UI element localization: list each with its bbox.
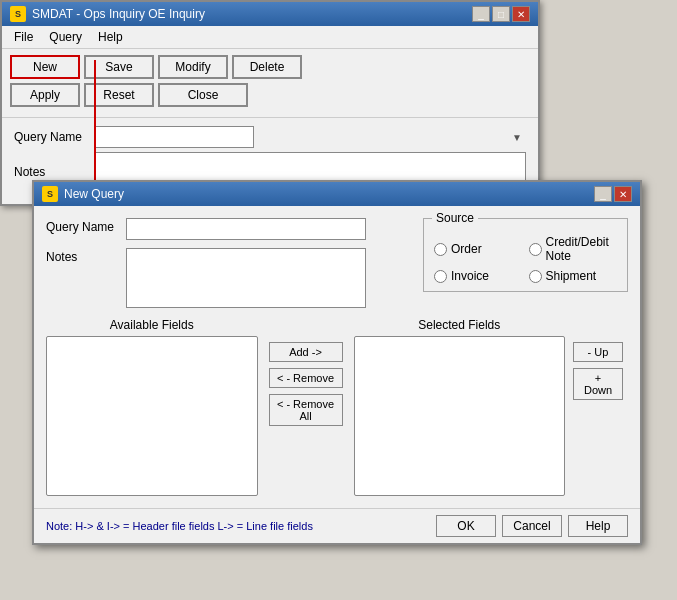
dialog-footer: Note: H-> & I-> = Header file fields L->… — [34, 508, 640, 543]
menu-query[interactable]: Query — [41, 28, 90, 46]
fields-area: Available Fields Add -> < - Remove < - R… — [46, 318, 628, 496]
apply-button[interactable]: Apply — [10, 83, 80, 107]
query-name-dropdown-wrapper: ▼ — [94, 126, 526, 148]
available-fields-listbox[interactable] — [46, 336, 258, 496]
help-button[interactable]: Help — [568, 515, 628, 537]
dialog-notes-label: Notes — [46, 248, 126, 264]
order-buttons: - Up + Down — [573, 318, 628, 400]
dialog-app-icon: S — [42, 186, 58, 202]
remove-all-button[interactable]: < - Remove All — [269, 394, 343, 426]
dialog-query-name-label: Query Name — [46, 218, 126, 234]
menu-help[interactable]: Help — [90, 28, 131, 46]
menu-bar: File Query Help — [2, 26, 538, 49]
close-button[interactable]: ✕ — [512, 6, 530, 22]
source-invoice: Invoice — [434, 269, 523, 283]
source-legend: Source — [432, 211, 478, 225]
main-window: S SMDAT - Ops Inquiry OE Inquiry _ □ ✕ F… — [0, 0, 540, 206]
dialog-form-area: Query Name Notes Source Order Credit/D — [46, 218, 628, 308]
down-button[interactable]: + Down — [573, 368, 623, 400]
dialog-title-text: New Query — [64, 187, 124, 201]
radio-shipment[interactable] — [529, 270, 542, 283]
remove-button[interactable]: < - Remove — [269, 368, 343, 388]
notes-label: Notes — [14, 165, 94, 179]
up-button[interactable]: - Up — [573, 342, 623, 362]
main-title-text: SMDAT - Ops Inquiry OE Inquiry — [32, 7, 205, 21]
dialog-close-button[interactable]: ✕ — [614, 186, 632, 202]
new-button[interactable]: New — [10, 55, 80, 79]
source-shipment: Shipment — [529, 269, 618, 283]
transfer-buttons: Add -> < - Remove < - Remove All — [266, 318, 346, 426]
selected-fields-panel: Selected Fields — [354, 318, 566, 496]
delete-button[interactable]: Delete — [232, 55, 302, 79]
add-button[interactable]: Add -> — [269, 342, 343, 362]
dialog-minimize-button[interactable]: _ — [594, 186, 612, 202]
source-order: Order — [434, 235, 523, 263]
radio-invoice[interactable] — [434, 270, 447, 283]
dropdown-arrow-icon: ▼ — [512, 132, 522, 143]
dialog-title-bar: S New Query _ ✕ — [34, 182, 640, 206]
radio-credit-debit[interactable] — [529, 243, 542, 256]
available-fields-panel: Available Fields — [46, 318, 258, 496]
footer-note: Note: H-> & I-> = Header file fields L->… — [46, 520, 313, 532]
main-app-icon: S — [10, 6, 26, 22]
available-fields-label: Available Fields — [110, 318, 194, 332]
ok-button[interactable]: OK — [436, 515, 496, 537]
source-group: Source Order Credit/Debit Note Invoice — [423, 218, 628, 292]
minimize-button[interactable]: _ — [472, 6, 490, 22]
arrow-line — [94, 60, 96, 180]
source-credit-debit: Credit/Debit Note — [529, 235, 618, 263]
cancel-button[interactable]: Cancel — [502, 515, 562, 537]
modify-button[interactable]: Modify — [158, 55, 228, 79]
query-name-label: Query Name — [14, 130, 94, 144]
source-options: Order Credit/Debit Note Invoice Shipment — [434, 235, 617, 283]
toolbar: New Save Modify Delete Apply Reset Close — [2, 49, 538, 118]
dialog-content: Query Name Notes Source Order Credit/D — [34, 206, 640, 508]
radio-order[interactable] — [434, 243, 447, 256]
dialog-notes-input[interactable] — [126, 248, 366, 308]
footer-buttons: OK Cancel Help — [436, 515, 628, 537]
dialog-query-name-input[interactable] — [126, 218, 366, 240]
main-title-buttons: _ □ ✕ — [472, 6, 530, 22]
maximize-button[interactable]: □ — [492, 6, 510, 22]
selected-fields-listbox[interactable] — [354, 336, 566, 496]
menu-file[interactable]: File — [6, 28, 41, 46]
close-toolbar-button[interactable]: Close — [158, 83, 248, 107]
main-title-bar: S SMDAT - Ops Inquiry OE Inquiry _ □ ✕ — [2, 2, 538, 26]
new-query-dialog: S New Query _ ✕ Query Name Notes Source — [32, 180, 642, 545]
dialog-title-buttons: _ ✕ — [594, 186, 632, 202]
query-name-input[interactable] — [94, 126, 254, 148]
selected-fields-label: Selected Fields — [418, 318, 500, 332]
arrow-indicator — [88, 60, 102, 192]
